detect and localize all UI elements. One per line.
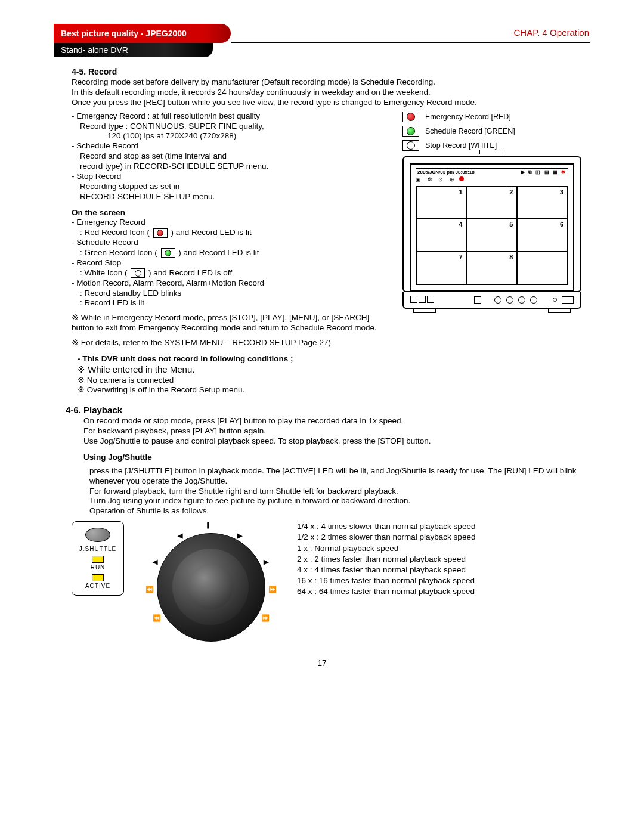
emergency-record-ips: 120 (100) ips at 720X240 (720x288)	[107, 131, 392, 141]
jog-shuttle-title: Using Jog/Shuttle	[83, 453, 590, 463]
jog-shuttle-body: press the [J/SHUTTLE] button in playback…	[89, 466, 590, 516]
emergency-record-type: Record type : CONTINUOUS, SUPER FINE qua…	[80, 122, 392, 132]
legend-green: Schedule Record [GREEN]	[402, 126, 590, 137]
onscreen-emergency: - Emergency Record	[72, 218, 392, 228]
header-subpill: Stand- alone DVR	[54, 43, 213, 57]
grid-cell-6: 6	[517, 219, 568, 252]
onscreen-red-post: ) and Record LED is lit	[171, 228, 252, 237]
section-4-5-intro: Recording mode set before delivery by ma…	[72, 78, 590, 108]
jshuttle-panel: J.SHUTTLE RUN ACTIVE	[72, 521, 124, 596]
fwd-slow-icon: ▶	[237, 532, 242, 540]
not-record-3: ※ Overwriting is off in the Record Setup…	[78, 385, 590, 395]
osd-red-dot-icon	[459, 176, 464, 181]
dvr-diagram: 2005/JUN/03 pm 08:05:18 ▶ ⧉ ◫ ▤ ▦ ✱ ▣ ✲ …	[402, 150, 581, 313]
section-4-5-title: 4-5. Record	[72, 67, 590, 76]
legend-white-label: Stop Record [WHITE]	[425, 141, 497, 150]
speed-4x: 4 x : 4 times faster than normal playbac…	[297, 565, 475, 575]
speed-64x: 64 x : 64 times faster than normal playb…	[297, 586, 475, 597]
active-led-icon	[92, 574, 104, 581]
camera-grid: 1 2 3 4 5 6 7 8	[416, 186, 568, 285]
speed-2x: 2 x : 2 times faster than normal playbac…	[297, 554, 475, 565]
onscreen-motion: - Motion Record, Alarm Record, Alarm+Mot…	[72, 278, 392, 289]
page-number: 17	[54, 658, 590, 668]
osd-timestamp: 2005/JUN/03 pm 08:05:18	[417, 169, 475, 175]
grid-cell-7: 7	[416, 252, 467, 284]
jshuttle-label: J.SHUTTLE	[75, 546, 121, 552]
schedule-record-desc1: Record and stop as set (time interval an…	[80, 151, 392, 162]
grid-cell-2: 2	[467, 187, 518, 219]
section-4-6-title: 4-6. Playback	[66, 405, 590, 415]
rew-slow-icon: ◀	[178, 532, 182, 540]
onscreen-motion-b: : Record standby LED blinks	[80, 289, 392, 299]
header-pill: Best picture quality - JPEG2000	[54, 24, 231, 43]
onscreen-stop-icon-line: : White Icon ( ) and Record LED is off	[80, 268, 392, 278]
grid-cell-4: 4	[416, 219, 467, 252]
note-details-ref: ※ For details, refer to the SYSTEM MENU …	[72, 338, 392, 348]
active-label: ACTIVE	[75, 583, 121, 589]
stop-record-desc2: RECORD-SCHEDULE SETUP menu.	[80, 192, 392, 202]
stop-record-line: - Stop Record	[72, 172, 392, 182]
fwd-1x-icon: ▶	[264, 558, 268, 566]
onscreen-emergency-icon-line: : Red Record Icon ( ) and Record LED is …	[80, 228, 392, 238]
osd-status-icons: ▶ ⧉ ◫ ▤ ▦ ✱	[521, 169, 566, 175]
legend-red: Emergency Record [RED]	[402, 112, 590, 122]
run-label: RUN	[75, 564, 121, 571]
stop-record-desc1: Recording stopped as set in	[80, 182, 392, 192]
onscreen-schedule-icon-line: : Green Record Icon ( ) and Record LED i…	[80, 248, 392, 258]
section-4-6-intro: On record mode or stop mode, press [PLAY…	[83, 416, 590, 447]
onscreen-schedule: - Schedule Record	[72, 238, 392, 248]
shuttle-speed-list: 1/4 x : 4 times slower than normal playb…	[297, 521, 475, 597]
red-record-icon	[153, 228, 168, 238]
rew-1x-icon: ◀	[153, 558, 157, 566]
white-record-icon	[131, 268, 145, 278]
osd-icons-row2: ▣ ✲ ⊙ ⊕	[416, 176, 568, 182]
speed-1x: 1 x : Normal playback speed	[297, 543, 475, 554]
onscreen-motion-c: : Record LED is lit	[80, 298, 392, 308]
onscreen-green-post: ) and Record LED is lit	[178, 248, 259, 257]
rew-4x-icon: ⏪	[153, 614, 161, 622]
grid-cell-5: 5	[467, 219, 518, 252]
onscreen-green-pre: : Green Record Icon (	[80, 248, 157, 257]
not-record-1: ※ While entered in the Menu.	[78, 364, 590, 376]
schedule-record-line: - Schedule Record	[72, 141, 392, 151]
dvr-front-panel	[402, 292, 581, 309]
pause-mark-icon: ∥	[206, 521, 210, 529]
record-modes-column: - Emergency Record : at full resolution/…	[72, 112, 392, 348]
onscreen-red-pre: : Red Record Icon (	[80, 228, 150, 237]
rew-2x-icon: ⏪	[145, 586, 154, 593]
white-led-icon	[407, 141, 415, 150]
grid-cell-9	[517, 252, 568, 284]
not-record-title: - This DVR unit does not record in follo…	[78, 354, 590, 364]
fwd-2x-icon: ⏩	[268, 586, 277, 593]
speed-quarter: 1/4 x : 4 times slower than normal playb…	[297, 521, 475, 532]
onscreen-white-post: ) and Record LED is off	[148, 268, 232, 277]
green-led-icon	[407, 127, 415, 135]
note-exit-emergency: ※ While in Emergency Record mode, press …	[72, 313, 392, 333]
emergency-record-line: - Emergency Record : at full resolution/…	[72, 112, 392, 122]
on-the-screen-title: On the screen	[72, 208, 392, 218]
legend-red-label: Emergency Record [RED]	[425, 113, 511, 121]
grid-cell-8: 8	[467, 252, 518, 284]
green-record-icon	[161, 248, 175, 258]
chapter-label: CHAP. 4 Operation	[231, 24, 590, 43]
fwd-4x-icon: ⏩	[261, 614, 270, 622]
red-led-icon	[407, 113, 415, 121]
osd-bar: 2005/JUN/03 pm 08:05:18 ▶ ⧉ ◫ ▤ ▦ ✱	[416, 168, 568, 176]
speed-half: 1/2 x : 2 times slower than normal playb…	[297, 532, 475, 543]
onscreen-stop: - Record Stop	[72, 258, 392, 268]
schedule-record-desc2: record type) in RECORD-SCHEDULE SETUP me…	[80, 162, 392, 172]
grid-cell-1: 1	[416, 187, 467, 219]
speed-16x: 16 x : 16 times faster than normal playb…	[297, 575, 475, 586]
not-record-2: ※ No camera is connected	[78, 376, 590, 386]
shuttle-dial-diagram: ∥ ◀ ▶ ◀ ▶ ⏪ ⏩ ⏪ ⏩	[142, 521, 279, 640]
jshuttle-button-icon	[85, 528, 110, 542]
run-led-icon	[92, 556, 104, 563]
grid-cell-3: 3	[517, 187, 568, 219]
legend-green-label: Schedule Record [GREEN]	[425, 127, 515, 135]
onscreen-white-pre: : White Icon (	[80, 268, 128, 277]
